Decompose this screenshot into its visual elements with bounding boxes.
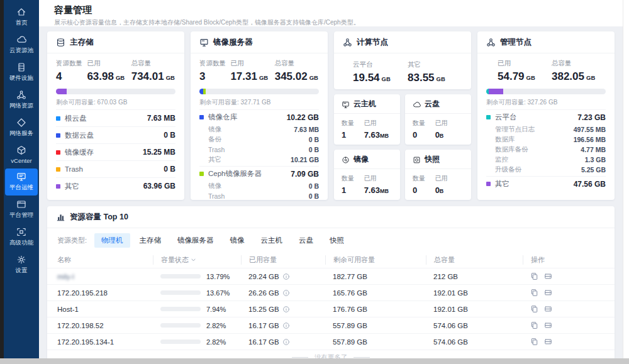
breakdown-group: Ceph镜像服务器7.09 GB bbox=[199, 166, 319, 181]
stat-value: 17.31GB bbox=[230, 70, 274, 83]
row-name: 172.20.195.218 bbox=[57, 289, 153, 297]
info-icon[interactable] bbox=[282, 306, 290, 313]
breakdown-sub-row: Trash0 B bbox=[199, 145, 319, 155]
stat-label: 总容量 bbox=[552, 59, 606, 68]
platform-ops-icon bbox=[16, 172, 26, 182]
stat-value: 54.79GB bbox=[498, 70, 552, 83]
breakdown-sub-row: 镜像7.63 MB bbox=[199, 124, 319, 135]
sidebar-item-label: 首页 bbox=[16, 19, 28, 27]
row-name-redacted: mily-l bbox=[57, 273, 74, 280]
breakdown-sub-row: 监控1.3 GB bbox=[486, 155, 606, 165]
filter-label: 资源类型: bbox=[57, 236, 87, 245]
home-icon bbox=[16, 7, 26, 17]
stat-label: 云平台 bbox=[353, 60, 408, 69]
progress-segment bbox=[56, 89, 67, 94]
table-row: 172.20.195.218 13.67% 26.26 GB 165.76 GB… bbox=[47, 284, 615, 301]
sidebar-item-cloud-pool[interactable]: 云资源池 bbox=[5, 31, 38, 58]
stat-value: 19.54GB bbox=[353, 72, 408, 84]
page-header: 容量管理 展示核心资源容量信息，主存储支持本地存储/Shared Block/C… bbox=[39, 0, 623, 26]
drive-icon[interactable] bbox=[544, 289, 552, 297]
tab-cloud-host[interactable]: 云主机 bbox=[254, 233, 290, 248]
tab-snapshot[interactable]: 快照 bbox=[323, 233, 351, 248]
copy-icon[interactable] bbox=[530, 272, 538, 280]
sidebar-item-settings[interactable]: 设置 bbox=[5, 251, 38, 279]
cloud-disk-icon bbox=[413, 100, 421, 108]
network-service-icon bbox=[16, 118, 26, 128]
tab-image[interactable]: 镜像 bbox=[223, 233, 252, 248]
vertical-scrollbar[interactable] bbox=[623, 0, 629, 359]
drive-icon[interactable] bbox=[544, 272, 552, 280]
breakdown-group: 云平台7.23 GB bbox=[486, 109, 606, 124]
sidebar-item-hardware[interactable]: 硬件设施 bbox=[5, 59, 38, 86]
mgmt-node-card: 管理节点 已用 54.79GB 总容量 382.05GB 剩余可用容量: 327… bbox=[477, 31, 615, 200]
resource-type-filter: 资源类型: 物理机 主存储 镜像服务器 镜像 云主机 云盘 快照 bbox=[47, 228, 615, 251]
drive-icon[interactable] bbox=[544, 338, 552, 346]
card-title: 主存储 bbox=[70, 37, 94, 48]
copy-icon[interactable] bbox=[530, 321, 538, 329]
stat-label: 总容量 bbox=[131, 59, 175, 68]
remaining-capacity: 剩余可用容量: 670.03 GB bbox=[56, 98, 175, 107]
sidebar-item-network-service[interactable]: 网络服务 bbox=[5, 114, 38, 141]
monitor-icon bbox=[199, 38, 209, 47]
stat-value: 63.98GB bbox=[87, 70, 131, 83]
breakdown-row: Trash0 B bbox=[56, 160, 175, 177]
cloud-pool-icon bbox=[16, 35, 26, 45]
database-icon bbox=[56, 38, 65, 47]
copy-icon[interactable] bbox=[530, 289, 538, 297]
legend-square bbox=[56, 133, 60, 138]
usage-progress-bar bbox=[56, 89, 175, 94]
tab-image-server[interactable]: 镜像服务器 bbox=[170, 233, 221, 248]
sidebar-item-platform-ops[interactable]: 平台运维 bbox=[5, 168, 38, 196]
sidebar-item-network-resource[interactable]: 网络资源 bbox=[5, 87, 38, 114]
sidebar-item-label: 高级功能 bbox=[9, 239, 33, 247]
stat-label: 其它 bbox=[408, 60, 462, 69]
breakdown-sub-row: 数据库备份4.77 MB bbox=[486, 145, 606, 155]
snapshot-card: 快照 数量0 已用0B bbox=[405, 150, 471, 200]
capacity-bar bbox=[160, 274, 201, 279]
row-name: 172.20.198.52 bbox=[57, 322, 153, 329]
breakdown-sub-row: 升级备份5.25 GB bbox=[486, 165, 606, 175]
horizontal-scrollbar[interactable] bbox=[0, 358, 629, 364]
legend-square bbox=[56, 116, 60, 121]
row-name: Host-1 bbox=[57, 306, 153, 313]
capacity-bar bbox=[160, 339, 201, 344]
breakdown-sub-row: 备份0 B bbox=[199, 135, 319, 145]
breakdown-row: 其它63.96 GB bbox=[56, 177, 175, 194]
info-icon[interactable] bbox=[282, 338, 290, 346]
tab-physical-machine[interactable]: 物理机 bbox=[94, 233, 130, 248]
drive-icon[interactable] bbox=[544, 305, 552, 313]
copy-icon[interactable] bbox=[530, 338, 538, 346]
copy-icon[interactable] bbox=[530, 305, 538, 313]
breakdown-group: 其它47.56 GB bbox=[486, 176, 606, 191]
table-row: 172.20.195.134-1 2.82% 16.17 GB 557.89 G… bbox=[47, 333, 615, 350]
remaining-capacity: 剩余可用容量: 327.26 GB bbox=[486, 98, 606, 107]
legend-square bbox=[56, 184, 60, 189]
legend-square bbox=[56, 150, 60, 155]
sort-caret-icon[interactable] bbox=[191, 257, 196, 263]
sidebar-item-label: 云资源池 bbox=[9, 47, 33, 55]
sidebar-item-platform-mgmt[interactable]: 平台管理 bbox=[5, 196, 38, 223]
stat-label: 已用 bbox=[87, 59, 131, 68]
breakdown-sub-row: 镜像0 B bbox=[199, 181, 319, 191]
advanced-features-icon bbox=[16, 227, 26, 237]
cloud-host-card: 云主机 数量1 已用7.63MB bbox=[334, 94, 400, 145]
snapshot-icon bbox=[413, 155, 421, 163]
vcenter-icon bbox=[16, 145, 26, 155]
image-icon bbox=[342, 155, 350, 163]
usage-progress-bar bbox=[486, 89, 606, 94]
stat-value: 345.02GB bbox=[275, 70, 319, 83]
sidebar-item-home[interactable]: 首页 bbox=[5, 4, 38, 31]
tab-cloud-disk[interactable]: 云盘 bbox=[292, 233, 320, 248]
capacity-bar bbox=[160, 323, 201, 328]
breakdown-row: 镜像缓存15.25 MB bbox=[56, 143, 175, 160]
sidebar-item-advanced-features[interactable]: 高级功能 bbox=[5, 224, 38, 251]
info-icon[interactable] bbox=[282, 289, 290, 297]
sidebar-item-vcenter[interactable]: vCenter bbox=[5, 142, 38, 168]
info-icon[interactable] bbox=[282, 322, 290, 329]
info-icon[interactable] bbox=[282, 273, 290, 280]
tab-primary-storage[interactable]: 主存储 bbox=[133, 233, 169, 248]
progress-segment bbox=[203, 89, 206, 94]
stat-value: 3 bbox=[199, 70, 230, 83]
stat-label: 资源数量 bbox=[56, 59, 87, 68]
drive-icon[interactable] bbox=[544, 321, 552, 329]
